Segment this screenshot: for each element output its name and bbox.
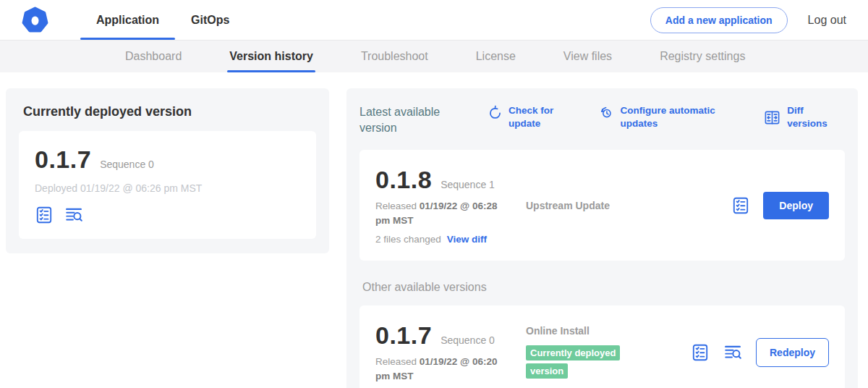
version-source: Upstream Update: [526, 200, 731, 211]
subnav-troubleshoot[interactable]: Troubleshoot: [337, 41, 452, 72]
diff-icon: [763, 109, 781, 126]
version-number: 0.1.7: [375, 321, 432, 350]
released-timestamp: Released 01/19/22 @ 06:28 pm MST: [375, 199, 513, 227]
app-logo-icon[interactable]: [22, 0, 48, 40]
sequence-label: Sequence 0: [441, 334, 495, 346]
redeploy-button[interactable]: Redeploy: [756, 338, 829, 367]
subnav-view-files[interactable]: View files: [540, 41, 636, 72]
version-number: 0.1.7: [35, 146, 91, 174]
topnav-right: Add a new application Log out: [650, 0, 846, 40]
diff-versions-link[interactable]: Diff versions: [763, 104, 843, 130]
subnav-version-history[interactable]: Version history: [205, 41, 337, 72]
preflight-checks-icon[interactable]: [731, 196, 750, 215]
version-actions: Redeploy: [691, 338, 829, 367]
tab-gitops-label: GitOps: [191, 14, 229, 27]
currently-deployed-badge: Currently deployed version: [526, 345, 620, 379]
deployed-timestamp: Deployed 01/19/22 @ 06:26 pm MST: [35, 182, 300, 194]
version-number: 0.1.8: [375, 166, 432, 194]
preflight-checks-icon[interactable]: [691, 343, 710, 362]
view-diff-link[interactable]: View diff: [447, 234, 487, 245]
version-history-panel: Latest available version Check for updat…: [346, 88, 858, 388]
tab-application[interactable]: Application: [80, 0, 175, 40]
heptagon-logo-icon: [22, 7, 48, 33]
files-changed: 2 files changedView diff: [375, 234, 526, 245]
check-for-update-link[interactable]: Check for update: [488, 104, 599, 130]
admin-console: Application GitOps Add a new application…: [0, 0, 868, 388]
preflight-checks-icon[interactable]: [35, 206, 54, 224]
deploy-logs-icon[interactable]: [723, 343, 743, 362]
latest-version-card: 0.1.8 Sequence 1 Released 01/19/22 @ 06:…: [359, 150, 845, 261]
app-sub-navbar: Dashboard Version history Troubleshoot L…: [0, 41, 868, 72]
version-info: 0.1.8 Sequence 1 Released 01/19/22 @ 06:…: [375, 166, 526, 245]
version-actions: Deploy: [731, 192, 829, 219]
latest-available-title: Latest available version: [359, 104, 479, 135]
sequence-label: Sequence 0: [100, 159, 154, 170]
version-row: 0.1.7 Sequence 0: [35, 146, 300, 174]
currently-deployed-title: Currently deployed version: [23, 104, 315, 119]
configure-automatic-updates-link[interactable]: Configure automatic updates: [599, 104, 763, 130]
other-version-card: 0.1.7 Sequence 0 Released 01/19/22 @ 06:…: [359, 305, 845, 388]
clock-refresh-icon: [599, 105, 614, 120]
version-info: 0.1.7 Sequence 0 Released 01/19/22 @ 06:…: [375, 321, 526, 383]
current-version-card: 0.1.7 Sequence 0 Deployed 01/19/22 @ 06:…: [19, 131, 316, 239]
deployed-badge-wrap: Currently deployed version: [526, 344, 643, 380]
deploy-logs-icon[interactable]: [64, 206, 84, 224]
deploy-button[interactable]: Deploy: [763, 192, 829, 219]
released-timestamp: Released 01/19/22 @ 06:20 pm MST: [375, 355, 513, 383]
latest-version-header: Latest available version Check for updat…: [359, 103, 845, 135]
other-versions-title: Other available versions: [362, 281, 842, 294]
refresh-icon: [488, 105, 503, 120]
subnav-dashboard[interactable]: Dashboard: [101, 41, 205, 72]
subnav-registry-settings[interactable]: Registry settings: [636, 41, 769, 72]
tab-gitops[interactable]: GitOps: [175, 0, 245, 40]
currently-deployed-panel: Currently deployed version 0.1.7 Sequenc…: [6, 88, 329, 253]
main-content: Currently deployed version 0.1.7 Sequenc…: [0, 72, 868, 388]
add-application-button[interactable]: Add a new application: [650, 7, 788, 33]
version-source: Online Install Currently deployed versio…: [526, 325, 691, 380]
top-nav-tabs: Application GitOps: [80, 0, 245, 40]
top-navbar: Application GitOps Add a new application…: [0, 0, 868, 41]
sequence-label: Sequence 1: [441, 179, 495, 190]
logout-link[interactable]: Log out: [808, 14, 846, 27]
tab-application-label: Application: [96, 14, 159, 27]
subnav-license[interactable]: License: [452, 41, 540, 72]
version-actions: [35, 206, 300, 224]
